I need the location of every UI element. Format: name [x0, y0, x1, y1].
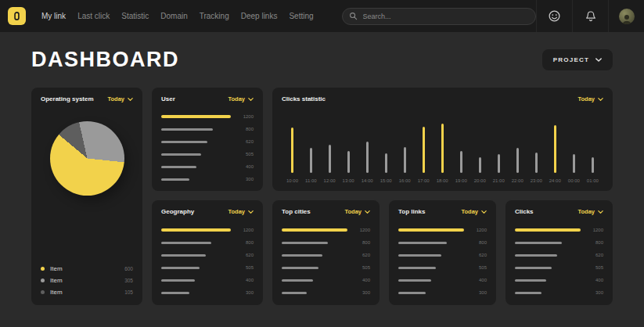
bar	[161, 115, 231, 118]
bar-value-label: 505	[588, 265, 603, 270]
time-label: 20:00	[474, 178, 486, 183]
period-dropdown[interactable]: Today	[344, 208, 370, 215]
bar-value-label: 300	[471, 290, 487, 295]
bar	[515, 228, 581, 232]
time-label: 10:00	[286, 178, 298, 183]
period-dropdown[interactable]: Today	[228, 208, 254, 215]
avatar	[619, 9, 635, 24]
bar-row: 300	[282, 290, 370, 295]
period-label: Today	[461, 208, 478, 215]
card-operating-system: Operating system Today Item 600 Item 305	[31, 88, 142, 305]
card-title: Top cities	[282, 208, 311, 215]
period-dropdown[interactable]: Today	[107, 95, 133, 102]
bar	[161, 153, 201, 156]
bar-row: 620	[398, 253, 487, 257]
chart-column: 21:00	[493, 154, 505, 183]
bar-value-label: 505	[238, 265, 254, 270]
period-dropdown[interactable]: Today	[228, 95, 254, 102]
card-title: Clicks statistic	[282, 95, 326, 102]
period-label: Today	[344, 208, 362, 215]
bar-value-label: 1200	[238, 228, 254, 232]
time-label: 23:00	[531, 178, 542, 183]
bar	[515, 267, 552, 269]
period-dropdown[interactable]: Today	[577, 208, 603, 215]
bar-value-label: 800	[238, 240, 254, 245]
card-title: Operating system	[41, 95, 94, 102]
card-top-links: Top links Today 1200800620505400300	[389, 200, 496, 305]
bar	[161, 279, 195, 282]
bar-row: 800	[515, 240, 603, 245]
bar-value-label: 505	[471, 265, 487, 270]
emoji-button[interactable]	[536, 0, 572, 32]
avatar-silhouette-icon	[621, 13, 633, 24]
bar	[441, 124, 444, 173]
bar-value-label: 400	[238, 278, 254, 282]
time-label: 00:00	[568, 178, 580, 183]
bar	[498, 154, 500, 173]
project-selector-button[interactable]: PROJECT	[542, 49, 613, 70]
bar-row: 620	[161, 139, 254, 144]
chart-column: 14:00	[362, 142, 373, 183]
bar	[161, 267, 200, 269]
bar-value-label: 620	[238, 253, 254, 257]
bar-row: 800	[282, 240, 370, 245]
bar-row: 1200	[161, 228, 254, 232]
bar	[347, 151, 350, 173]
bar-value-label: 620	[354, 253, 370, 257]
search-input[interactable]	[342, 8, 536, 25]
chart-column: 13:00	[343, 151, 354, 183]
bar	[398, 228, 464, 232]
period-dropdown[interactable]: Today	[461, 208, 487, 215]
bar-row: 1200	[161, 114, 254, 119]
bar-value-label: 400	[354, 278, 370, 282]
bar-value-label: 800	[588, 240, 603, 245]
page-header: DASHBOARD PROJECT	[31, 48, 613, 72]
navbar-actions	[536, 0, 644, 32]
nav-item-last-click[interactable]: Last click	[77, 12, 110, 20]
notifications-button[interactable]	[572, 0, 608, 32]
card-clicks: Clicks Today 1200800620505400300	[505, 200, 613, 305]
legend-label: Item	[50, 277, 63, 284]
profile-button[interactable]	[608, 0, 644, 32]
bar-row: 1200	[515, 228, 603, 232]
pie-chart	[50, 121, 124, 196]
nav-item-setting[interactable]: Setting	[289, 12, 313, 20]
bar	[404, 147, 406, 173]
legend-item: Item 305	[41, 277, 133, 284]
bar	[161, 292, 189, 294]
nav-item-domain[interactable]: Domain	[160, 12, 187, 20]
bell-icon	[585, 10, 597, 23]
period-label: Today	[577, 208, 595, 215]
nav-item-statistic[interactable]: Statistic	[121, 12, 149, 20]
legend-item: Item 600	[41, 265, 133, 272]
chart-column: 22:00	[512, 148, 523, 183]
chart-column: 19:00	[455, 151, 467, 183]
chart-column: 00:00	[568, 154, 580, 183]
bar	[385, 153, 387, 173]
legend-item: Item 105	[41, 289, 133, 296]
nav-item-my-link[interactable]: My link	[41, 12, 66, 20]
bar-row: 800	[161, 240, 254, 245]
bar	[573, 154, 575, 173]
bar	[398, 254, 441, 257]
legend-label: Item	[50, 265, 63, 272]
card-title: Clicks	[515, 208, 534, 215]
nav-links: My link Last click Statistic Domain Trac…	[41, 12, 314, 20]
nav-item-deep-links[interactable]: Deep links	[241, 12, 278, 20]
app-logo[interactable]	[8, 7, 26, 25]
bar	[554, 125, 556, 173]
period-dropdown[interactable]: Today	[577, 95, 603, 102]
chart-column: 01:00	[587, 157, 599, 183]
nav-item-tracking[interactable]: Tracking	[200, 12, 229, 20]
period-label: Today	[107, 95, 124, 102]
time-label: 11:00	[305, 178, 317, 183]
bar-value-label: 400	[588, 278, 603, 282]
page-title: DASHBOARD	[31, 48, 179, 72]
bar-value-label: 800	[238, 127, 254, 131]
bar-chart: 1200800620505400300	[515, 225, 603, 297]
chart-column: 20:00	[474, 157, 486, 183]
bar-value-label: 620	[471, 253, 487, 257]
chart-column: 12:00	[324, 145, 336, 183]
bar-row: 400	[282, 278, 370, 282]
bar	[398, 279, 431, 282]
